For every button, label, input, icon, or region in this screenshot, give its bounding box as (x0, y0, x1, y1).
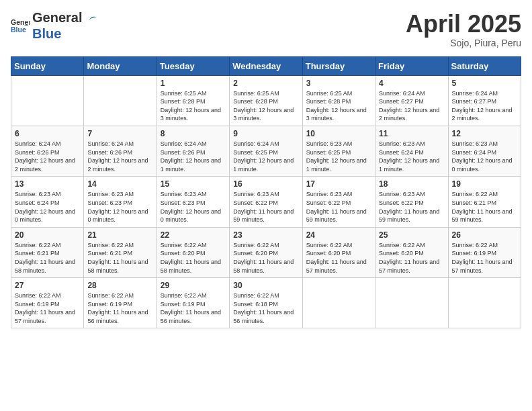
day-number: 22 (161, 230, 226, 240)
calendar-cell (11, 75, 84, 126)
cell-info: Sunrise: 6:25 AMSunset: 6:28 PMDaylight:… (306, 89, 371, 123)
cell-info: Sunrise: 6:23 AMSunset: 6:23 PMDaylight:… (87, 190, 152, 224)
logo-blue: Blue (32, 27, 98, 40)
day-number: 10 (306, 129, 371, 138)
cell-info: Sunrise: 6:25 AMSunset: 6:28 PMDaylight:… (161, 89, 226, 123)
header: General Blue General Blue April 2025 Soj… (11, 11, 521, 48)
weekday-header-tuesday: Tuesday (157, 56, 229, 75)
cell-info: Sunrise: 6:24 AMSunset: 6:26 PMDaylight:… (15, 140, 80, 173)
day-number: 4 (379, 79, 444, 88)
calendar-cell: 26Sunrise: 6:22 AMSunset: 6:19 PMDayligh… (448, 227, 521, 277)
day-number: 17 (306, 179, 371, 189)
cell-info: Sunrise: 6:23 AMSunset: 6:22 PMDaylight:… (306, 190, 371, 224)
calendar-cell (302, 278, 375, 328)
calendar-cell (84, 75, 157, 126)
cell-info: Sunrise: 6:22 AMSunset: 6:21 PMDaylight:… (87, 241, 152, 275)
cell-info: Sunrise: 6:24 AMSunset: 6:27 PMDaylight:… (452, 89, 517, 123)
day-number: 29 (161, 281, 226, 290)
cell-info: Sunrise: 6:24 AMSunset: 6:26 PMDaylight:… (161, 140, 226, 173)
svg-text:Blue: Blue (11, 26, 26, 34)
day-number: 14 (87, 179, 152, 189)
logo-bird-icon (83, 12, 98, 27)
day-number: 19 (452, 179, 517, 189)
calendar-cell: 17Sunrise: 6:23 AMSunset: 6:22 PMDayligh… (302, 177, 375, 227)
cell-info: Sunrise: 6:22 AMSunset: 6:19 PMDaylight:… (87, 291, 152, 325)
calendar-cell: 13Sunrise: 6:23 AMSunset: 6:24 PMDayligh… (11, 177, 84, 227)
day-number: 24 (306, 230, 371, 240)
calendar-cell: 5Sunrise: 6:24 AMSunset: 6:27 PMDaylight… (448, 75, 521, 126)
calendar-week-row: 1Sunrise: 6:25 AMSunset: 6:28 PMDaylight… (11, 75, 521, 126)
day-number: 30 (233, 281, 298, 290)
logo-general: General (32, 11, 82, 27)
day-number: 7 (87, 129, 152, 138)
calendar-cell: 27Sunrise: 6:22 AMSunset: 6:19 PMDayligh… (11, 278, 84, 328)
cell-info: Sunrise: 6:23 AMSunset: 6:24 PMDaylight:… (15, 190, 80, 224)
cell-info: Sunrise: 6:23 AMSunset: 6:22 PMDaylight:… (233, 190, 298, 224)
weekday-header-row: SundayMondayTuesdayWednesdayThursdayFrid… (11, 56, 521, 75)
day-number: 23 (233, 230, 298, 240)
calendar-week-row: 27Sunrise: 6:22 AMSunset: 6:19 PMDayligh… (11, 278, 521, 328)
calendar-cell (375, 278, 448, 328)
day-number: 28 (87, 281, 152, 290)
cell-info: Sunrise: 6:23 AMSunset: 6:22 PMDaylight:… (379, 190, 444, 224)
calendar-cell: 6Sunrise: 6:24 AMSunset: 6:26 PMDaylight… (11, 126, 84, 176)
cell-info: Sunrise: 6:22 AMSunset: 6:20 PMDaylight:… (161, 241, 226, 275)
cell-info: Sunrise: 6:22 AMSunset: 6:19 PMDaylight:… (452, 241, 517, 275)
weekday-header-saturday: Saturday (448, 56, 521, 75)
calendar-cell: 11Sunrise: 6:23 AMSunset: 6:24 PMDayligh… (375, 126, 448, 176)
calendar-cell: 24Sunrise: 6:22 AMSunset: 6:20 PMDayligh… (302, 227, 375, 277)
cell-info: Sunrise: 6:23 AMSunset: 6:23 PMDaylight:… (161, 190, 226, 224)
logo-icon: General Blue (11, 16, 30, 35)
month-title: April 2025 (406, 11, 521, 38)
weekday-header-friday: Friday (375, 56, 448, 75)
weekday-header-monday: Monday (84, 56, 157, 75)
day-number: 16 (233, 179, 298, 189)
calendar-cell: 1Sunrise: 6:25 AMSunset: 6:28 PMDaylight… (157, 75, 229, 126)
location-subtitle: Sojo, Piura, Peru (406, 38, 521, 48)
day-number: 2 (233, 79, 298, 88)
day-number: 13 (15, 179, 80, 189)
title-section: April 2025 Sojo, Piura, Peru (406, 11, 521, 48)
calendar-cell: 12Sunrise: 6:23 AMSunset: 6:24 PMDayligh… (448, 126, 521, 176)
cell-info: Sunrise: 6:22 AMSunset: 6:20 PMDaylight:… (233, 241, 298, 275)
cell-info: Sunrise: 6:22 AMSunset: 6:21 PMDaylight:… (15, 241, 80, 275)
calendar-cell: 28Sunrise: 6:22 AMSunset: 6:19 PMDayligh… (84, 278, 157, 328)
calendar-cell: 2Sunrise: 6:25 AMSunset: 6:28 PMDaylight… (230, 75, 302, 126)
cell-info: Sunrise: 6:23 AMSunset: 6:24 PMDaylight:… (452, 140, 517, 173)
day-number: 27 (15, 281, 80, 290)
calendar-cell: 10Sunrise: 6:23 AMSunset: 6:25 PMDayligh… (302, 126, 375, 176)
day-number: 8 (161, 129, 226, 138)
calendar-cell: 9Sunrise: 6:24 AMSunset: 6:25 PMDaylight… (230, 126, 302, 176)
calendar-table: SundayMondayTuesdayWednesdayThursdayFrid… (11, 56, 521, 329)
cell-info: Sunrise: 6:23 AMSunset: 6:25 PMDaylight:… (306, 140, 371, 173)
calendar-cell: 4Sunrise: 6:24 AMSunset: 6:27 PMDaylight… (375, 75, 448, 126)
day-number: 25 (379, 230, 444, 240)
day-number: 6 (15, 129, 80, 138)
logo: General Blue General Blue (11, 11, 98, 40)
cell-info: Sunrise: 6:24 AMSunset: 6:27 PMDaylight:… (379, 89, 444, 123)
cell-info: Sunrise: 6:25 AMSunset: 6:28 PMDaylight:… (233, 89, 298, 123)
calendar-week-row: 6Sunrise: 6:24 AMSunset: 6:26 PMDaylight… (11, 126, 521, 176)
day-number: 5 (452, 79, 517, 88)
calendar-cell: 14Sunrise: 6:23 AMSunset: 6:23 PMDayligh… (84, 177, 157, 227)
day-number: 1 (161, 79, 226, 88)
weekday-header-wednesday: Wednesday (230, 56, 302, 75)
calendar-cell: 25Sunrise: 6:22 AMSunset: 6:20 PMDayligh… (375, 227, 448, 277)
day-number: 20 (15, 230, 80, 240)
calendar-cell: 7Sunrise: 6:24 AMSunset: 6:26 PMDaylight… (84, 126, 157, 176)
calendar-cell: 21Sunrise: 6:22 AMSunset: 6:21 PMDayligh… (84, 227, 157, 277)
day-number: 18 (379, 179, 444, 189)
cell-info: Sunrise: 6:22 AMSunset: 6:20 PMDaylight:… (306, 241, 371, 275)
calendar-cell: 30Sunrise: 6:22 AMSunset: 6:18 PMDayligh… (230, 278, 302, 328)
day-number: 21 (87, 230, 152, 240)
cell-info: Sunrise: 6:22 AMSunset: 6:19 PMDaylight:… (161, 291, 226, 325)
cell-info: Sunrise: 6:23 AMSunset: 6:24 PMDaylight:… (379, 140, 444, 173)
calendar-week-row: 13Sunrise: 6:23 AMSunset: 6:24 PMDayligh… (11, 177, 521, 227)
cell-info: Sunrise: 6:24 AMSunset: 6:26 PMDaylight:… (87, 140, 152, 173)
calendar-week-row: 20Sunrise: 6:22 AMSunset: 6:21 PMDayligh… (11, 227, 521, 277)
calendar-cell: 16Sunrise: 6:23 AMSunset: 6:22 PMDayligh… (230, 177, 302, 227)
day-number: 11 (379, 129, 444, 138)
calendar-cell: 15Sunrise: 6:23 AMSunset: 6:23 PMDayligh… (157, 177, 229, 227)
cell-info: Sunrise: 6:22 AMSunset: 6:18 PMDaylight:… (233, 291, 298, 325)
cell-info: Sunrise: 6:22 AMSunset: 6:20 PMDaylight:… (379, 241, 444, 275)
